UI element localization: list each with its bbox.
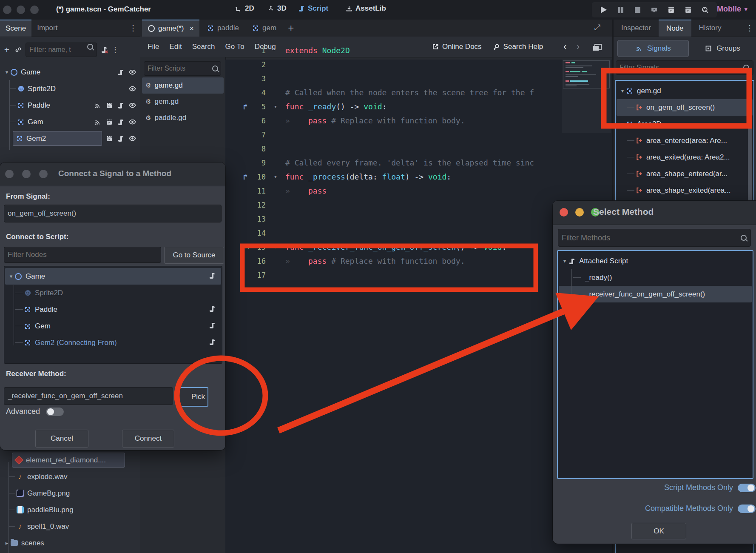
dialog-close-icon[interactable]: [5, 170, 14, 178]
open-script-icon[interactable]: [117, 102, 125, 109]
expand-editor-icon[interactable]: ⤢: [594, 23, 600, 32]
window-close-icon[interactable]: [3, 6, 11, 14]
add-node-icon[interactable]: +: [3, 45, 11, 55]
fold-icon[interactable]: ▾: [266, 244, 285, 250]
advanced-toggle[interactable]: [46, 408, 64, 416]
connection-arrow-icon[interactable]: [242, 242, 250, 251]
goto-source-button[interactable]: Go to Source: [164, 247, 224, 264]
script-file-tab[interactable]: paddle: [201, 20, 244, 37]
node-filter-input[interactable]: [4, 247, 161, 263]
scene-tree-row[interactable]: Sprite2D: [0, 80, 140, 97]
code-minimap[interactable]: [562, 60, 611, 133]
file-row[interactable]: GameBg.png: [0, 485, 140, 502]
method-row[interactable]: ▾Attached Script: [559, 253, 752, 269]
new-tab-icon[interactable]: +: [288, 22, 294, 34]
signal-row[interactable]: area_exited(area: Area2...: [617, 149, 753, 165]
script-list-item[interactable]: ⚙paddle.gd: [142, 110, 224, 126]
group-icon[interactable]: [105, 135, 113, 143]
pause-button[interactable]: [616, 5, 625, 14]
scene-tree-row[interactable]: Paddle: [0, 97, 140, 114]
scene-tree-row[interactable]: ▾Game: [0, 64, 140, 80]
stop-button[interactable]: [633, 5, 642, 14]
signal-row[interactable]: area_shape_entered(ar...: [617, 165, 753, 182]
open-script-icon[interactable]: [208, 322, 216, 329]
menu-edit[interactable]: Edit: [164, 43, 187, 51]
scene-tree-row[interactable]: Gem: [0, 114, 140, 130]
connect-node-row[interactable]: Paddle: [5, 301, 221, 318]
signal-row[interactable]: area_shape_exited(area...: [617, 182, 753, 199]
script-list-item[interactable]: ⚙game.gd: [142, 77, 224, 94]
fold-icon[interactable]: ▾: [266, 103, 285, 110]
remote-debug-button[interactable]: [650, 5, 659, 14]
open-script-icon[interactable]: [208, 272, 216, 279]
dialog-minimize-icon[interactable]: [575, 208, 584, 217]
section-signals[interactable]: Signals: [617, 40, 689, 57]
signal-row[interactable]: area_entered(area: Are...: [617, 132, 753, 149]
dock-tab-scene[interactable]: Scene: [0, 20, 31, 37]
film-reel-button[interactable]: [700, 5, 710, 14]
script-file-tab[interactable]: gem: [246, 20, 282, 37]
pick-button[interactable]: Pick: [178, 387, 208, 407]
ok-button[interactable]: OK: [631, 523, 686, 539]
signal-connected-icon[interactable]: [94, 102, 102, 109]
dock-more-icon[interactable]: ⋮: [746, 23, 756, 33]
code-line[interactable]: 3: [225, 71, 612, 86]
method-row[interactable]: _receiver_func_on_gem_off_screen(): [559, 286, 752, 302]
scene-tree-row[interactable]: Gem2: [0, 130, 140, 147]
movie-maker-button[interactable]: [667, 5, 676, 14]
toggle-compatible-methods-only[interactable]: Compatible Methods Only: [645, 504, 756, 513]
scripts-filter-input[interactable]: [144, 61, 221, 76]
code-line[interactable]: 11»pass: [225, 184, 612, 198]
receiver-method-field[interactable]: [4, 387, 173, 405]
script-file-tab[interactable]: game(*)×: [142, 20, 199, 37]
group-icon[interactable]: [105, 118, 113, 126]
attach-script-icon[interactable]: ✕: [100, 46, 108, 54]
code-line[interactable]: 1extends Node2D: [225, 43, 612, 57]
instance-scene-icon[interactable]: [14, 46, 22, 54]
override-arrow-icon[interactable]: ↱: [243, 172, 248, 181]
fold-icon[interactable]: ▾: [266, 174, 285, 180]
dock-tab-import[interactable]: Import: [31, 20, 63, 37]
dock-tab-node[interactable]: Node: [659, 20, 691, 37]
visibility-eye-icon[interactable]: [128, 85, 136, 93]
connect-node-row[interactable]: ▾Game: [5, 268, 221, 285]
code-line[interactable]: 6»pass # Replace with function body.: [225, 114, 612, 128]
signal-row[interactable]: ▾Area2D: [617, 116, 753, 132]
code-line[interactable]: 9# Called every frame. 'delta' is the el…: [225, 156, 612, 170]
override-arrow-icon[interactable]: ↱: [243, 102, 248, 111]
connect-node-row[interactable]: Gem: [5, 318, 221, 334]
code-line[interactable]: 4# Called when the node enters the scene…: [225, 86, 612, 100]
visibility-eye-icon[interactable]: [128, 118, 136, 126]
open-script-icon[interactable]: [117, 118, 125, 126]
dock-tab-inspector[interactable]: Inspector: [614, 20, 659, 37]
signals-filter-input[interactable]: [616, 60, 753, 75]
visibility-eye-icon[interactable]: [128, 102, 136, 109]
dialog-zoom-icon[interactable]: [39, 170, 48, 178]
signal-connected-icon[interactable]: [94, 118, 102, 126]
dialog-minimize-icon[interactable]: [22, 170, 31, 178]
scene-more-icon[interactable]: ⋮: [111, 45, 119, 54]
workspace-tab-assetlib[interactable]: AssetLib: [345, 4, 386, 13]
code-line[interactable]: 7: [225, 128, 612, 142]
open-script-icon[interactable]: [208, 305, 216, 313]
open-script-icon[interactable]: [117, 135, 125, 143]
file-row[interactable]: element_red_diamond....: [0, 452, 140, 468]
chevron-down-icon[interactable]: ▾: [619, 88, 626, 94]
chevron-down-icon[interactable]: ▾: [619, 121, 626, 127]
visibility-eye-icon[interactable]: [128, 68, 136, 76]
menu-file[interactable]: File: [142, 43, 164, 51]
code-line[interactable]: ↱5▾func _ready() -> void:: [225, 100, 612, 114]
open-script-icon[interactable]: [117, 68, 125, 76]
from-signal-field[interactable]: [4, 205, 222, 222]
method-row[interactable]: _ready(): [559, 269, 752, 286]
movie-clapper-button[interactable]: [683, 5, 693, 14]
play-button[interactable]: [599, 5, 608, 14]
connect-button[interactable]: Connect: [122, 430, 174, 448]
dock-more-icon[interactable]: ⋮: [129, 23, 140, 33]
connect-node-row[interactable]: Gem2 (Connecting From): [5, 334, 221, 351]
chevron-down-icon[interactable]: ▾: [8, 273, 14, 279]
chevron-down-icon[interactable]: ▾: [3, 69, 10, 75]
workspace-tab-2d[interactable]: 2D: [235, 4, 254, 13]
method-filter-input[interactable]: [558, 229, 751, 247]
code-line[interactable]: ↱10▾func _process(delta: float) -> void:: [225, 170, 612, 184]
